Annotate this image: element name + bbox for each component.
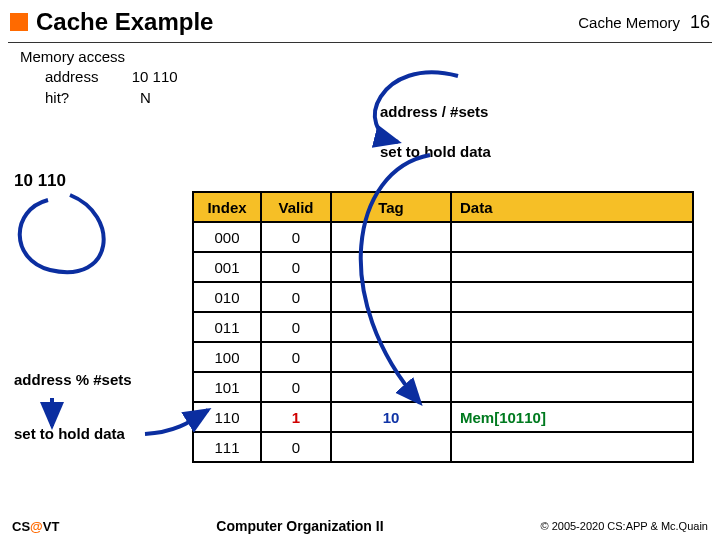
cache-table-wrap: Index Valid Tag Data 0000001001000110100… <box>192 191 694 463</box>
cell-index: 000 <box>193 222 261 252</box>
col-data: Data <box>451 192 693 222</box>
table-row: 0010 <box>193 252 693 282</box>
cell-data <box>451 282 693 312</box>
address-div-sets-label: address / #sets <box>380 103 488 120</box>
slide-number: 16 <box>690 12 710 33</box>
copyright: © 2005-2020 CS:APP & Mc.Quain <box>540 520 708 532</box>
cell-tag <box>331 372 451 402</box>
cell-valid: 0 <box>261 372 331 402</box>
section-label: Cache Memory <box>578 14 680 31</box>
cell-data <box>451 372 693 402</box>
cell-index: 011 <box>193 312 261 342</box>
footer: CS@VT Computer Organization II © 2005-20… <box>0 518 720 534</box>
cell-tag <box>331 252 451 282</box>
content-area: Memory access address 10 110 hit? N addr… <box>0 43 720 483</box>
cell-index: 100 <box>193 342 261 372</box>
cell-data <box>451 252 693 282</box>
cell-valid: 0 <box>261 342 331 372</box>
cell-index: 111 <box>193 432 261 462</box>
memory-access-block: Memory access address 10 110 hit? N <box>20 47 178 108</box>
table-row: 1000 <box>193 342 693 372</box>
slide-title: Cache Example <box>36 8 578 36</box>
cell-valid: 0 <box>261 252 331 282</box>
title-bullet <box>10 13 28 31</box>
cell-tag: 10 <box>331 402 451 432</box>
at-icon: @ <box>30 519 43 534</box>
set-hold-top-label: set to hold data <box>380 143 491 160</box>
hit-value: N <box>140 89 151 106</box>
col-tag: Tag <box>331 192 451 222</box>
table-header-row: Index Valid Tag Data <box>193 192 693 222</box>
cell-tag <box>331 312 451 342</box>
address-mod-sets-label: address % #sets <box>14 371 132 388</box>
cs-text: CS <box>12 519 30 534</box>
cache-table: Index Valid Tag Data 0000001001000110100… <box>192 191 694 463</box>
vt-text: VT <box>43 519 60 534</box>
cell-index: 001 <box>193 252 261 282</box>
cell-data <box>451 432 693 462</box>
cell-data: Mem[10110] <box>451 402 693 432</box>
address-bits: 10 110 <box>14 171 66 191</box>
cell-valid: 0 <box>261 312 331 342</box>
cell-tag <box>331 222 451 252</box>
cell-valid: 0 <box>261 282 331 312</box>
col-index: Index <box>193 192 261 222</box>
header-right: Cache Memory 16 <box>578 12 710 33</box>
table-row: 1010 <box>193 372 693 402</box>
cell-tag <box>331 342 451 372</box>
set-hold-left-label: set to hold data <box>14 425 125 442</box>
address-label: address <box>45 68 98 85</box>
table-row: 0110 <box>193 312 693 342</box>
hit-label: hit? <box>45 89 69 106</box>
table-row: 1110 <box>193 432 693 462</box>
mem-access-title: Memory access <box>20 47 178 67</box>
address-value: 10 110 <box>132 68 178 85</box>
cs-vt-label: CS@VT <box>12 519 59 534</box>
cell-valid: 0 <box>261 432 331 462</box>
cell-data <box>451 312 693 342</box>
cell-index: 101 <box>193 372 261 402</box>
table-row: 0000 <box>193 222 693 252</box>
cell-index: 110 <box>193 402 261 432</box>
table-row: 110110Mem[10110] <box>193 402 693 432</box>
cell-data <box>451 222 693 252</box>
cell-valid: 1 <box>261 402 331 432</box>
table-row: 0100 <box>193 282 693 312</box>
course-title: Computer Organization II <box>216 518 383 534</box>
col-valid: Valid <box>261 192 331 222</box>
title-bar: Cache Example Cache Memory 16 <box>0 0 720 42</box>
cell-index: 010 <box>193 282 261 312</box>
cell-data <box>451 342 693 372</box>
cell-valid: 0 <box>261 222 331 252</box>
cell-tag <box>331 432 451 462</box>
cell-tag <box>331 282 451 312</box>
